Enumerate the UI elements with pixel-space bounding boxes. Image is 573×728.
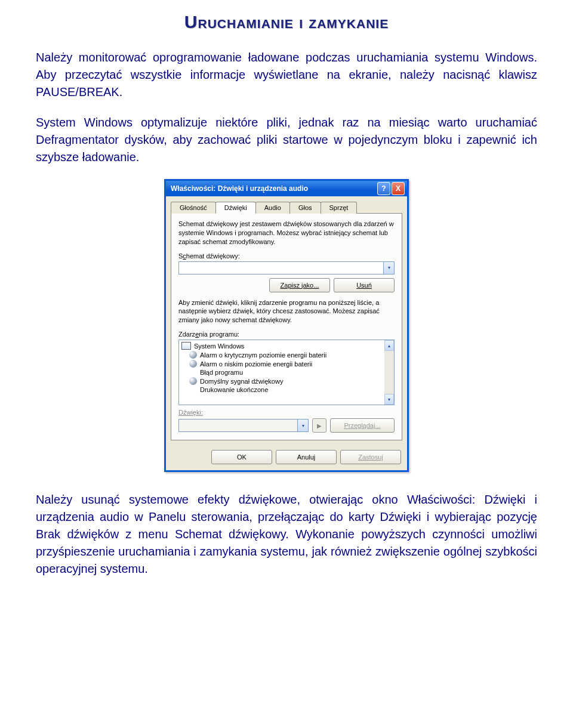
sound-properties-dialog: Właściwości: Dźwięki i urządzenia audio …: [164, 179, 409, 472]
list-item-label: System Windows: [194, 343, 244, 350]
tab-audio[interactable]: Audio: [255, 202, 290, 214]
sound-file-combo: ▾: [178, 419, 309, 432]
dialog-title: Właściwości: Dźwięki i urządzenia audio: [171, 184, 376, 193]
tab-panel-sounds: Schemat dźwiękowy jest zestawem dźwięków…: [171, 213, 402, 440]
events-label: Zdarzenia programu:: [178, 331, 395, 338]
list-item[interactable]: Błąd programu: [180, 368, 393, 377]
list-item-label: Błąd programu: [200, 369, 243, 376]
cancel-button[interactable]: Anuluj: [276, 450, 337, 464]
dialog-button-bar: OK Anuluj Zastosuj: [166, 445, 407, 470]
list-item-label: Domyślny sygnał dźwiękowy: [200, 378, 283, 385]
play-icon: ▶: [312, 418, 326, 433]
intro-paragraph-1: Należy monitorować oprogramowanie ładowa…: [36, 49, 537, 101]
scroll-up-icon[interactable]: ▴: [384, 340, 394, 351]
ok-button[interactable]: OK: [211, 450, 272, 464]
scheme-combo-value: [179, 262, 383, 274]
list-item[interactable]: Domyślny sygnał dźwiękowy: [180, 377, 393, 385]
speaker-icon: [189, 351, 197, 359]
list-item-label: Drukowanie ukończone: [200, 386, 268, 393]
events-listbox[interactable]: System Windows Alarm o krytycznym poziom…: [178, 340, 395, 405]
dialog-titlebar[interactable]: Właściwości: Dźwięki i urządzenia audio …: [166, 181, 407, 196]
scheme-combo[interactable]: ▾: [178, 261, 395, 274]
speaker-icon: [189, 360, 197, 368]
windows-icon: [181, 342, 191, 350]
intro-paragraph-2: System Windows optymalizuje niektóre pli…: [36, 114, 537, 166]
chevron-down-icon: ▾: [297, 419, 308, 431]
tab-sounds[interactable]: Dźwięki: [215, 202, 256, 214]
tabstrip: Głośność Dźwięki Audio Głos Sprzęt: [166, 196, 407, 213]
help-icon[interactable]: ?: [377, 182, 390, 195]
tab-volume[interactable]: Głośność: [171, 202, 216, 214]
browse-button: Przeglądaj...: [330, 418, 395, 433]
list-item[interactable]: Alarm o krytycznym poziomie energii bate…: [180, 350, 393, 359]
list-item-label: Alarm o niskim poziomie energii baterii: [200, 360, 312, 368]
save-as-button[interactable]: Zapisz jako...: [269, 278, 330, 292]
tab-hardware[interactable]: Sprzęt: [321, 202, 358, 214]
list-item-label: Alarm o krytycznym poziomie energii bate…: [200, 351, 326, 359]
page-title: Uruchamianie i zamykanie: [36, 12, 537, 32]
close-icon[interactable]: X: [392, 182, 405, 195]
events-description: Aby zmienić dźwięki, kliknij zdarzenie p…: [178, 298, 395, 325]
scheme-label: Schemat dźwiękowy:: [178, 252, 395, 260]
scheme-description: Schemat dźwiękowy jest zestawem dźwięków…: [178, 220, 395, 246]
delete-button[interactable]: Usuń: [334, 278, 395, 292]
list-item[interactable]: Alarm o niskim poziomie energii baterii: [180, 359, 393, 368]
scroll-down-icon[interactable]: ▾: [384, 394, 394, 405]
apply-button: Zastosuj: [340, 450, 401, 464]
list-item[interactable]: System Windows: [180, 341, 393, 350]
speaker-icon: [189, 377, 197, 385]
list-item[interactable]: Drukowanie ukończone: [180, 385, 393, 394]
listbox-scrollbar[interactable]: ▴ ▾: [384, 340, 394, 405]
tab-voice[interactable]: Głos: [289, 202, 321, 214]
outro-paragraph: Należy usunąć systemowe efekty dźwiękowe…: [36, 491, 537, 578]
sounds-label: Dźwięki:: [178, 409, 395, 416]
chevron-down-icon[interactable]: ▾: [383, 262, 394, 274]
